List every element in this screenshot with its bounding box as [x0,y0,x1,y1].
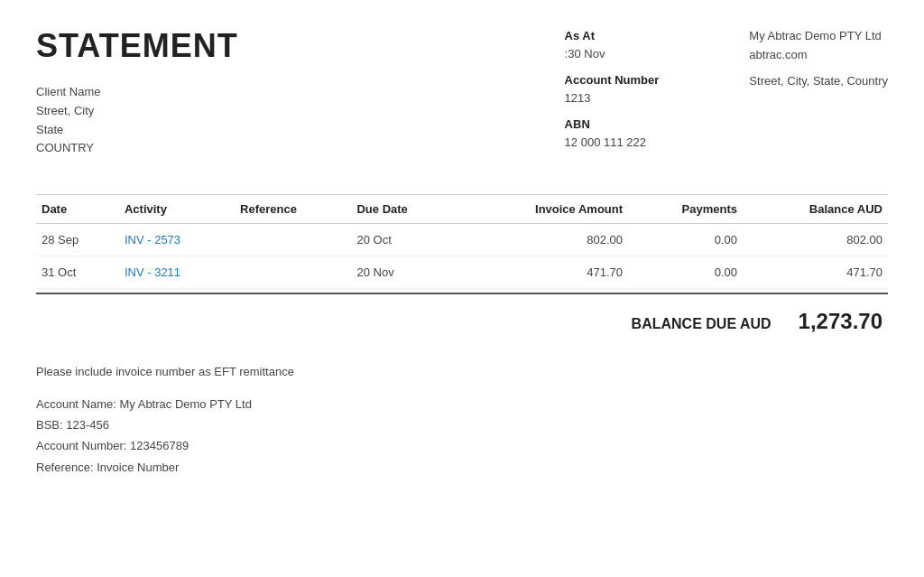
footer-bsb-label: BSB: [36,418,63,432]
row-date: 31 Oct [36,256,119,289]
eft-note: Please include invoice number as EFT rem… [36,361,888,382]
balance-due-amount: 1,273.70 [799,309,882,334]
company-website: abtrac.com [749,46,888,65]
as-at-value: :30 Nov [565,47,605,60]
row-due-date: 20 Nov [351,256,457,289]
footer-account-name-label: Account Name: [36,397,116,411]
row-payments: 0.00 [628,256,743,289]
table-header-row: Date Activity Reference Due Date Invoice… [36,195,888,224]
row-activity[interactable]: INV - 3211 [119,256,235,289]
row-activity[interactable]: INV - 2573 [119,224,235,256]
footer-bsb: BSB: 123-456 [36,414,888,435]
col-reference: Reference [235,195,351,224]
footer-reference-value: Invoice Number [97,461,179,474]
footer-account-number-value: 123456789 [130,439,189,452]
row-reference [235,256,351,289]
footer-section: Please include invoice number as EFT rem… [36,361,888,478]
footer-account-number-label: Account Number: [36,439,126,452]
abn-value: 12 000 111 222 [565,135,646,149]
footer-account-number: Account Number: 123456789 [36,435,888,456]
client-name: Client Name [36,83,238,102]
row-invoice-amount: 471.70 [458,256,628,289]
col-activity: Activity [119,195,235,224]
statement-table: Date Activity Reference Due Date Invoice… [36,194,888,289]
table-row: 28 SepINV - 257320 Oct802.000.00802.00 [36,224,888,256]
abn-label: ABN [565,116,660,134]
table-section: Date Activity Reference Due Date Invoice… [36,194,888,343]
client-address: Client Name Street, City State COUNTRY [36,83,238,158]
header-left: STATEMENT Client Name Street, City State… [36,27,238,158]
row-balance-aud: 802.00 [743,224,888,256]
row-payments: 0.00 [628,224,743,256]
balance-due-label: BALANCE DUE AUD [632,316,772,332]
row-due-date: 20 Oct [351,224,457,256]
footer-account-name: Account Name: My Abtrac Demo PTY Ltd [36,394,888,414]
as-at-label: As At [565,27,660,45]
account-number-label: Account Number [565,71,660,89]
row-invoice-amount: 802.00 [458,224,628,256]
client-address-line2: State [36,121,238,140]
footer-account-name-value: My Abtrac Demo PTY Ltd [120,397,252,411]
account-number-value: 1213 [565,91,591,105]
center-info: As At :30 Nov Account Number 1213 ABN 12… [565,27,660,151]
header-section: STATEMENT Client Name Street, City State… [36,27,888,158]
row-reference [235,224,351,256]
footer-reference-label: Reference: [36,461,94,474]
header-right: As At :30 Nov Account Number 1213 ABN 12… [529,27,888,151]
footer-bsb-value: 123-456 [66,418,109,432]
client-address-line1: Street, City [36,102,238,121]
footer-reference: Reference: Invoice Number [36,457,888,478]
col-payments: Payments [628,195,743,224]
client-address-line3: COUNTRY [36,139,238,158]
col-date: Date [36,195,119,224]
table-row: 31 OctINV - 321120 Nov471.700.00471.70 [36,256,888,289]
company-name: My Abtrac Demo PTY Ltd [749,27,888,46]
row-balance-aud: 471.70 [743,256,888,289]
company-info: My Abtrac Demo PTY Ltd abtrac.com Street… [749,27,888,151]
col-balance-aud: Balance AUD [743,195,888,224]
col-invoice-amount: Invoice Amount [458,195,628,224]
company-address: Street, City, State, Country [749,72,888,91]
statement-title: STATEMENT [36,27,238,65]
balance-section: BALANCE DUE AUD 1,273.70 [36,294,888,343]
row-date: 28 Sep [36,224,119,256]
col-due-date: Due Date [351,195,457,224]
